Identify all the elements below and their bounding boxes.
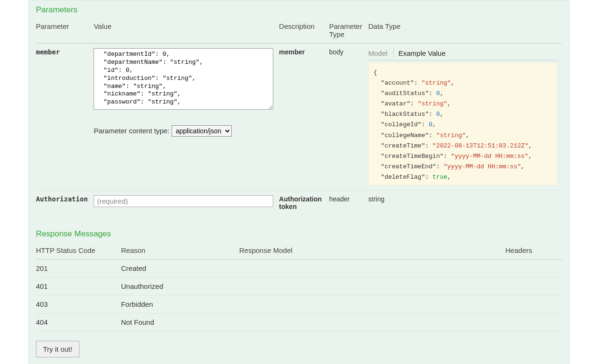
response-reason: Forbidden [121,295,239,313]
response-reason: Unauthorized [121,277,239,295]
parameters-table: Parameter Value Description Parameter Ty… [36,19,562,215]
response-headers-cell [505,260,562,277]
operation-panel: Parameters Parameter Value Description P… [28,0,570,364]
content-type-select[interactable]: application/json [172,125,232,137]
param-type-member: body [329,43,368,191]
col-reason: Reason [121,243,239,260]
tab-model[interactable]: Model [368,48,391,58]
response-code: 404 [36,313,121,331]
member-body-textarea[interactable] [94,48,273,110]
param-type-authorization: header [329,191,368,216]
response-model-cell [239,260,505,277]
param-desc-authorization: Authorization token [279,195,321,210]
param-row-member: member Parameter content type: applicati… [36,43,562,191]
tab-example-value[interactable]: Example Value [393,48,446,58]
param-name-member: member [36,48,60,56]
col-description: Description [279,19,329,43]
content-type-label: Parameter content type: [94,127,169,135]
response-reason: Not Found [121,313,239,331]
col-value: Value [94,19,279,43]
response-code: 403 [36,295,121,313]
col-headers: Headers [505,243,562,260]
param-desc-member: member [279,48,304,56]
response-model-cell [239,295,505,313]
col-http-status: HTTP Status Code [36,243,121,260]
responses-table: HTTP Status Code Reason Response Model H… [36,243,562,331]
response-model-cell [239,313,505,331]
response-headers-cell [505,277,562,295]
response-row: 401Unauthorized [36,277,562,295]
try-it-out-button[interactable]: Try it out! [36,341,79,357]
response-code: 201 [36,260,121,277]
param-datatype-authorization: string [368,191,562,216]
response-headers-cell [505,295,562,313]
param-name-authorization: Authorization [36,195,88,203]
col-parameter-type: Parameter Type [329,19,368,43]
authorization-input[interactable] [94,195,273,207]
response-headers-cell [505,313,562,331]
col-parameter: Parameter [36,19,94,43]
response-code: 401 [36,277,121,295]
col-data-type: Data Type [368,19,562,43]
col-response-model: Response Model [239,243,505,260]
response-row: 201Created [36,260,562,277]
response-row: 404Not Found [36,313,562,331]
response-row: 403Forbidden [36,295,562,313]
response-model-cell [239,277,505,295]
example-value-box[interactable]: { "account": "string", "auditStatus": 0,… [368,62,557,185]
param-row-authorization: Authorization Authorization token header… [36,191,562,216]
parameters-heading: Parameters [36,5,562,15]
response-reason: Created [121,260,239,277]
responses-heading: Response Messages [36,229,562,239]
